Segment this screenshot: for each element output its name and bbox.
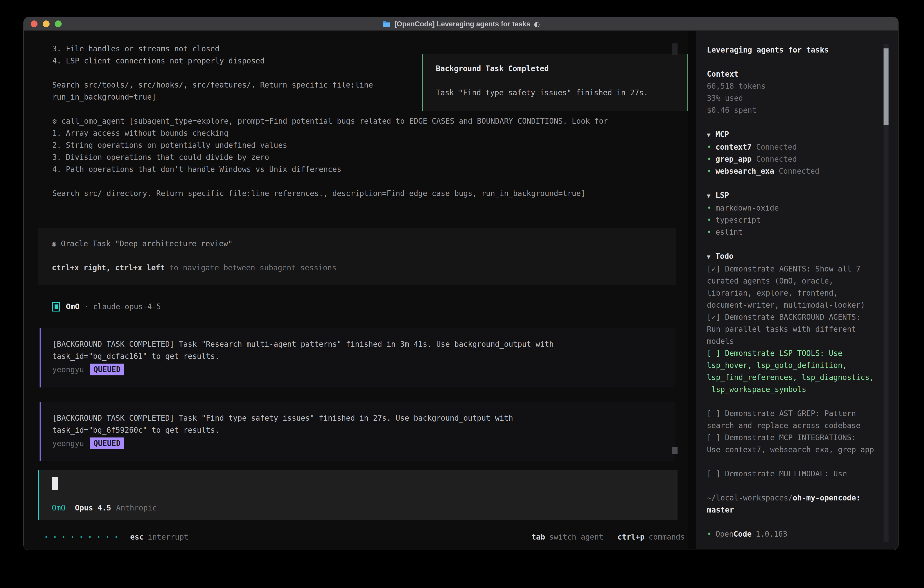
folder-icon	[382, 20, 391, 28]
mcp-section-header[interactable]: ▼MCP	[707, 128, 878, 141]
sidebar-scrollbar-thumb[interactable]	[884, 48, 889, 125]
close-button[interactable]	[31, 20, 38, 27]
minimize-button[interactable]	[43, 20, 50, 27]
lsp-section-header[interactable]: ▼LSP	[707, 189, 878, 202]
app-version: •OpenCode1.0.163	[707, 528, 878, 540]
tool-call-message: ⚙call_omo_agent [subagent_type=explore, …	[52, 115, 669, 200]
tool-call-line: 3. Division operations that could divide…	[52, 151, 669, 163]
context-spent: $0.46 spent	[707, 104, 878, 116]
status-badge: QUEUED	[90, 363, 124, 375]
workspace-path-prefix: ~/local-workspaces/	[707, 494, 793, 502]
keyhint-label: switch agent	[549, 532, 603, 542]
sidebar: Leveraging agents for tasks Context 66,5…	[696, 31, 898, 549]
todo-item: [ ] Demonstrate AST-GREP: Pattern search…	[707, 408, 878, 431]
hint-keys: ctrl+x right, ctrl+x left	[52, 263, 165, 272]
lsp-name: markdown-oxide	[716, 203, 779, 212]
tool-call-line: Search src/ directory. Return specific f…	[52, 187, 669, 200]
agent-header: OmO · claude-opus-4-5	[52, 301, 161, 313]
main-scrollbar-segment[interactable]	[672, 43, 678, 55]
workspace-branch: master	[707, 504, 878, 516]
maximize-button[interactable]	[55, 20, 62, 27]
collapse-triangle-icon: ▼	[707, 253, 711, 260]
lsp-name: eslint	[716, 228, 742, 236]
task-meta-row: yeongyu QUEUED	[52, 363, 675, 376]
mcp-name: websearch_exa	[716, 167, 774, 175]
background-task-message: [BACKGROUND TASK COMPLETED] Task "Find t…	[40, 402, 675, 461]
separator-dot: ·	[84, 302, 89, 311]
message-line: 3. File handles or streams not closed	[52, 43, 669, 55]
oracle-task-icon: ◉	[52, 239, 56, 248]
lsp-item: •typescript	[707, 214, 878, 226]
window-title-group: [OpenCode] Leveraging agents for tasks ◐	[382, 20, 540, 28]
bullet-icon: •	[707, 203, 711, 212]
tool-call-header: ⚙call_omo_agent [subagent_type=explore, …	[52, 115, 669, 127]
context-tokens: 66,518 tokens	[707, 80, 878, 92]
todo-item: [✓] Demonstrate AGENTS: Show all 7 curat…	[707, 263, 878, 311]
prompt-input[interactable]: OmO Opus 4.5 Anthropic	[38, 470, 678, 520]
mcp-status: Connected	[779, 167, 819, 175]
subagent-title-line: ◉Oracle Task "Deep architecture review"	[52, 238, 676, 249]
tool-call-line: 1. Array access without bounds checking	[52, 127, 669, 139]
context-used: 33% used	[707, 92, 878, 104]
mcp-item: •context7Connected	[707, 141, 878, 153]
todo-section-header[interactable]: ▼Todo	[707, 250, 878, 263]
context-heading: Context	[707, 68, 878, 80]
task-text-line: task_id="bg_dcfac161" to get results.	[52, 350, 675, 362]
subagent-session-card[interactable]: ◉Oracle Task "Deep architecture review" …	[38, 228, 676, 285]
keyhint-key: esc	[130, 532, 144, 542]
todo-item: [ ] Demonstrate MCP INTEGRATIONS: Use co…	[707, 431, 878, 456]
todo-item: [ ] Demonstrate MULTIMODAL: Use	[707, 468, 878, 480]
lsp-item: •markdown-oxide	[707, 202, 878, 214]
keyhint-label: interrupt	[148, 532, 188, 542]
gear-icon: ⚙	[52, 117, 57, 126]
subagent-hint-line: ctrl+x right, ctrl+x left to navigate be…	[52, 262, 676, 274]
text-cursor	[52, 477, 58, 490]
agent-model: claude-opus-4-5	[93, 302, 161, 311]
status-bar: ········· esc interrupt tab switch agent…	[43, 531, 685, 543]
input-agent-name: OmO	[52, 502, 66, 514]
task-text-line: [BACKGROUND TASK COMPLETED] Task "Find t…	[52, 412, 675, 424]
mcp-item: •websearch_exaConnected	[707, 165, 878, 177]
model-info-row: OmO Opus 4.5 Anthropic	[52, 502, 678, 514]
app-window: [OpenCode] Leveraging agents for tasks ◐…	[23, 17, 899, 550]
task-meta-row: yeongyu QUEUED	[52, 437, 675, 450]
session-progress-icon: ◐	[534, 20, 540, 28]
main-scrollbar-thumb[interactable]	[672, 447, 678, 454]
session-title: Leveraging agents for tasks	[707, 44, 878, 56]
bullet-icon: •	[707, 216, 711, 225]
mcp-name: grep_app	[716, 155, 752, 164]
version-number: 1.0.163	[756, 530, 787, 538]
collapse-triangle-icon: ▼	[707, 192, 711, 199]
traffic-lights	[31, 20, 62, 27]
task-text-line: task_id="bg_6f59260c" to get results.	[52, 424, 675, 436]
tool-call-line: 4. Path operations that don't handle Win…	[52, 163, 669, 175]
todo-item-active: [ ] Demonstrate LSP TOOLS: Use lsp_hover…	[707, 347, 878, 395]
notification-title: Background Task Completed	[436, 63, 687, 74]
background-task-message: [BACKGROUND TASK COMPLETED] Task "Resear…	[40, 328, 675, 387]
tool-call-line: 2. String operations on potentially unde…	[52, 139, 669, 151]
keyhint-key: tab	[531, 532, 545, 542]
pane-divider	[688, 31, 696, 549]
agent-icon	[52, 302, 60, 312]
task-user: yeongyu	[52, 439, 84, 448]
task-user: yeongyu	[52, 365, 84, 374]
agent-name: OmO	[66, 302, 79, 311]
status-badge: QUEUED	[90, 438, 124, 449]
bullet-icon: •	[707, 155, 711, 164]
keyhint-key: ctrl+p	[617, 532, 645, 542]
bullet-icon: •	[707, 142, 711, 152]
collapse-triangle-icon: ▼	[707, 131, 711, 138]
input-model-name: Opus 4.5	[75, 502, 111, 514]
workspace-repo: oh-my-opencode:	[793, 494, 861, 502]
notification-body: Task "Find type safety issues" finished …	[436, 87, 687, 99]
bullet-icon: •	[707, 228, 711, 236]
task-text-line: [BACKGROUND TASK COMPLETED] Task "Resear…	[52, 338, 675, 350]
mcp-item: •grep_appConnected	[707, 153, 878, 165]
mcp-name: context7	[716, 142, 752, 152]
input-provider-name: Anthropic	[116, 502, 157, 514]
lsp-item: •eslint	[707, 226, 878, 238]
mcp-status: Connected	[756, 142, 797, 152]
hint-text: to navigate between subagent sessions	[165, 263, 337, 272]
bullet-icon: •	[707, 530, 711, 538]
lsp-name: typescript	[716, 216, 761, 225]
